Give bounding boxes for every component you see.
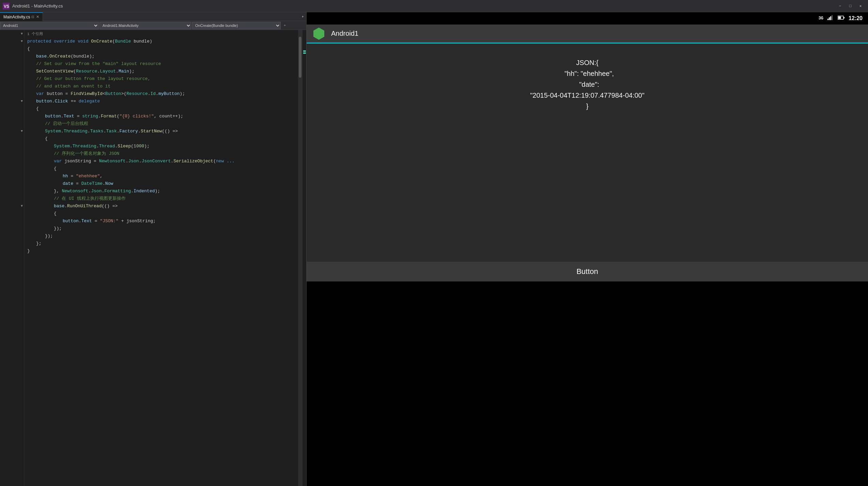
tab-mainactivity[interactable]: MainActivity.cs ⊡ ✕ (0, 12, 43, 21)
fold-icon-24: ▼ (21, 204, 23, 208)
nav-class-select[interactable]: Android1.MainActivity (99, 22, 191, 29)
code-line-cn-comment1: // 启动一个后台线程 (27, 120, 298, 127)
svg-rect-7 (843, 17, 844, 18)
battery-icon (838, 16, 844, 21)
code-line-close1: }); (27, 225, 298, 232)
gutter-line-16 (0, 142, 24, 150)
code-line-formatting: }, Newtonsoft.Json.Formatting.Indented); (27, 187, 298, 195)
gutter-line-22 (0, 187, 24, 195)
android-button[interactable]: Button (576, 267, 598, 276)
app-content: JSON:{ "hh": "ehehhee", "date": "2015-04… (307, 44, 868, 262)
android-button-area[interactable]: Button (307, 262, 868, 281)
gutter-line-15 (0, 135, 24, 142)
code-line-comment3: // and attach an event to it (27, 82, 298, 90)
svg-rect-5 (832, 15, 833, 20)
code-line-oncreate: protected override void OnCreate(Bundle … (27, 37, 298, 45)
gutter-line-14: ▼ (0, 127, 24, 135)
gutter-line-19 (0, 165, 24, 172)
gutter-line-1: ▼ (0, 30, 24, 37)
vertical-scrollbar[interactable] (298, 30, 302, 486)
code-line-cn-comment3: // 在 UI 线程上执行视图更新操作 (27, 195, 298, 202)
gutter-line-9 (0, 90, 24, 97)
gutter-line-12 (0, 112, 24, 120)
gutter-line-11 (0, 105, 24, 112)
gutter-line-8 (0, 82, 24, 90)
code-line-close3: }; (27, 240, 298, 247)
vs-icon: VS (3, 3, 10, 10)
tab-label: MainActivity.cs (3, 15, 30, 19)
code-line-brace2: { (27, 105, 298, 112)
nav-android-select[interactable]: Android1 (0, 22, 99, 29)
gutter-line-5 (0, 60, 24, 67)
code-line-btntext: button.Text = "JSON:" + jsonString; (27, 217, 298, 225)
code-line-runonui: base.RunOnUiThread(() => (27, 202, 298, 210)
fold-icon: ▼ (21, 32, 23, 36)
code-line-setcontent: SetContentView(Resource.Layout.Main); (27, 67, 298, 75)
gutter-line-13 (0, 120, 24, 127)
fold-icon-2: ▼ (21, 39, 23, 43)
gutter-line-26 (0, 217, 24, 225)
close-button[interactable]: ✕ (856, 3, 865, 10)
gutter-line-21 (0, 180, 24, 187)
gutter-line-25 (0, 210, 24, 217)
code-line-brace3: { (27, 135, 298, 142)
tab-scroll[interactable]: ▸ (300, 14, 306, 19)
gutter-line-23 (0, 195, 24, 202)
json-text-display: JSON:{ "hh": "ehehhee", "date": "2015-04… (523, 50, 651, 118)
code-line-brace5: { (27, 210, 298, 217)
ide-panel: MainActivity.cs ⊡ ✕ ▸ Android1 Android1.… (0, 12, 307, 486)
window-title: Android1 - MainActivity.cs (12, 3, 835, 9)
code-line-json: var jsonString = Newtonsoft.Json.JsonCon… (27, 157, 298, 165)
gutter-line-29 (0, 240, 24, 247)
fold-icon-10: ▼ (21, 99, 23, 103)
gutter-line-3 (0, 45, 24, 52)
code-line-click: button.Click += delegate (27, 97, 298, 105)
android-status-bar: 3G 12:20 (307, 12, 868, 25)
svg-rect-2 (827, 19, 828, 20)
app-title-bar: Android1 (307, 25, 868, 44)
code-line-base-oncreate: base.OnCreate(bundle); (27, 52, 298, 60)
nav-method-select[interactable]: OnCreate(Bundle bundle) (192, 22, 281, 29)
code-line-format: button.Text = string.Format("{0} clicks!… (27, 112, 298, 120)
indicator-1 (303, 50, 306, 52)
code-line-brace4: { (27, 165, 298, 172)
gutter-line-10: ▼ (0, 97, 24, 105)
gutter-line-2: ▼ (0, 37, 24, 45)
emulator-bottom-space (307, 281, 868, 486)
code-area: ▼ ▼ ▼ ▼ (0, 30, 306, 486)
gutter-line-28 (0, 232, 24, 240)
minimize-button[interactable]: − (835, 3, 845, 10)
code-line-hh: hh = "ehehhee", (27, 172, 298, 180)
line-gutter: ▼ ▼ ▼ ▼ (0, 30, 25, 486)
nav-expand-button[interactable]: + (281, 22, 288, 29)
code-line-date: date = DateTime.Now (27, 180, 298, 187)
gutter-line-17 (0, 150, 24, 157)
svg-text:VS: VS (4, 4, 9, 9)
gutter-line-18 (0, 157, 24, 165)
tab-close-icon[interactable]: ✕ (36, 15, 39, 19)
fold-icon-14: ▼ (21, 129, 23, 133)
main-area: MainActivity.cs ⊡ ✕ ▸ Android1 Android1.… (0, 12, 868, 486)
maximize-button[interactable]: □ (846, 3, 855, 10)
code-editor[interactable]: 1 个引用 protected override void OnCreate(B… (25, 30, 298, 486)
tab-pin-icon[interactable]: ⊡ (31, 15, 34, 19)
code-line-ref: 1 个引用 (27, 30, 298, 37)
gutter-line-20 (0, 172, 24, 180)
indicator-bar (302, 30, 306, 486)
code-line-close4: } (27, 247, 298, 255)
code-line-close2: }); (27, 232, 298, 240)
gutter-line-30 (0, 247, 24, 255)
code-line-task: System.Threading.Tasks.Task.Factory.Star… (27, 127, 298, 135)
scrollbar-thumb[interactable] (299, 37, 301, 78)
gutter-line-24: ▼ (0, 202, 24, 210)
app-icon (312, 27, 326, 40)
network-indicator: 3G (819, 16, 823, 21)
app-title: Android1 (331, 30, 358, 37)
code-line-brace1: { (27, 45, 298, 52)
code-line-button-var: var button = FindViewById<Button>(Resour… (27, 90, 298, 97)
svg-rect-4 (830, 16, 831, 20)
nav-bar: Android1 Android1.MainActivity OnCreate(… (0, 21, 306, 30)
tab-bar: MainActivity.cs ⊡ ✕ ▸ (0, 12, 306, 21)
code-line-comment1: // Set our view from the "main" layout r… (27, 60, 298, 67)
time-display: 12:20 (849, 15, 863, 21)
